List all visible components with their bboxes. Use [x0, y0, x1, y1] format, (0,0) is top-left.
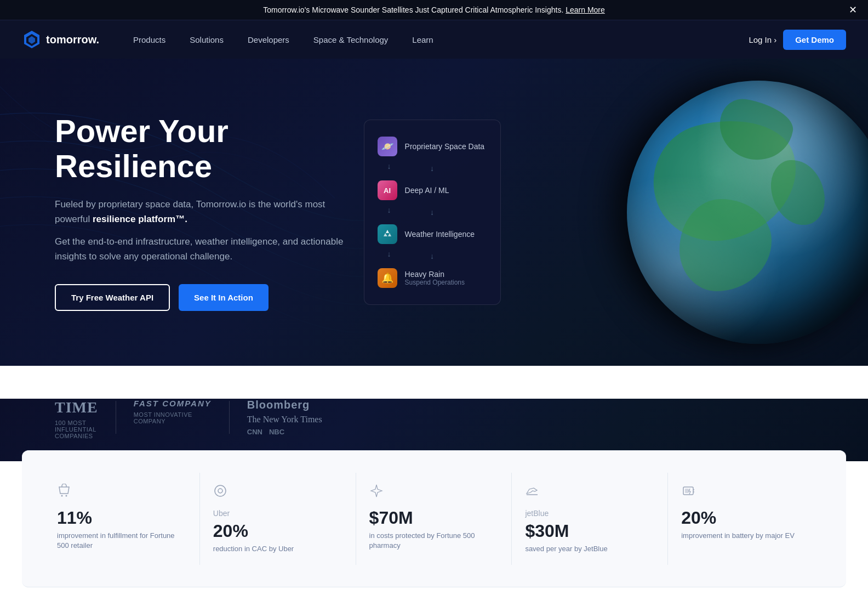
nav-solutions[interactable]: Solutions: [178, 20, 236, 59]
get-demo-button[interactable]: Get Demo: [783, 30, 846, 50]
announcement-link[interactable]: Learn More: [566, 5, 605, 14]
fastcompany-logo: FAST COMPANY: [134, 399, 212, 408]
retailer-value: 11%: [57, 509, 186, 526]
nav-learn[interactable]: Learn: [400, 20, 445, 59]
nyt-logo: The New York Times: [247, 415, 322, 424]
media-divider-1: [116, 401, 116, 434]
ev-icon: [681, 484, 811, 501]
ev-desc: improvement in battery by major EV: [681, 531, 811, 541]
nav-links: Products Solutions Developers Space & Te…: [121, 20, 749, 59]
stat-ev: 20% improvement in battery by major EV: [668, 473, 824, 565]
hero-subtitle: Fueled by proprietary space data, Tomorr…: [55, 197, 362, 226]
hero-content: Power Your Resilience Fueled by propriet…: [55, 114, 362, 310]
media-divider-2: [229, 401, 230, 434]
earth-globe-container: [627, 81, 868, 344]
small-logos: CNN NBC: [247, 428, 322, 436]
media-fastcompany: FAST COMPANY MOST INNOVATIVECOMPANY: [134, 399, 212, 424]
login-arrow: ›: [774, 35, 776, 44]
time-tagline: 100 MOSTINFLUENTIALCOMPANIES: [55, 420, 98, 439]
nav-right: Log In › Get Demo: [749, 30, 846, 50]
nav-space[interactable]: Space & Technology: [301, 20, 401, 59]
login-button[interactable]: Log In ›: [749, 35, 776, 44]
nbc-logo: NBC: [269, 428, 284, 436]
pipeline-arrow-1: ↓: [378, 162, 487, 175]
announcement-text: Tomorrow.io's Microwave Sounder Satellit…: [263, 5, 563, 14]
jetblue-company: jetBlue: [525, 509, 654, 518]
pipeline-card: 🪐 Proprietary Space Data ↓ AI Deep AI / …: [364, 120, 501, 305]
stats-grid: 11% improvement in fulfillment for Fortu…: [44, 473, 824, 565]
stats-section: 11% improvement in fulfillment for Fortu…: [22, 450, 846, 587]
uber-desc: reduction in CAC by Uber: [213, 544, 342, 554]
pipeline-space-label: Proprietary Space Data: [405, 142, 485, 151]
pipeline-item-space: 🪐 Proprietary Space Data: [378, 131, 487, 162]
retailer-desc: improvement in fulfillment for Fortune 5…: [57, 531, 186, 551]
announcement-bar: Tomorrow.io's Microwave Sounder Satellit…: [0, 0, 868, 20]
uber-icon: [213, 484, 342, 501]
uber-company: Uber: [213, 509, 342, 518]
stat-uber: Uber 20% reduction in CAC by Uber: [200, 473, 356, 565]
uber-value: 20%: [213, 522, 342, 540]
cnn-logo: CNN: [247, 428, 262, 436]
earth-globe: [627, 81, 868, 344]
ev-value: 20%: [681, 509, 811, 526]
pipeline-item-weather: Weather Intelligence: [378, 219, 487, 250]
time-logo: TIME: [55, 399, 98, 416]
jetblue-value: $30M: [525, 522, 654, 540]
pharmacy-icon: [369, 484, 499, 501]
hero-visual: 🪐 Proprietary Space Data ↓ AI Deep AI / …: [347, 59, 868, 366]
logo[interactable]: tomorrow.: [22, 30, 99, 49]
prepared-section: Are You Prepared? Extreme weather named …: [0, 598, 868, 606]
pharmacy-desc: in costs protected by Fortune 500 pharma…: [369, 531, 499, 551]
jetblue-icon: [525, 484, 654, 501]
stat-retailer: 11% improvement in fulfillment for Fortu…: [44, 473, 200, 565]
logo-icon: [22, 30, 42, 49]
svg-rect-9: [685, 489, 689, 493]
pipeline-alert-text: Heavy Rain Suspend Operations: [405, 270, 465, 286]
ai-icon: AI: [378, 180, 397, 200]
space-data-icon: 🪐: [378, 137, 397, 156]
pipeline-ai-label: Deep AI / ML: [405, 186, 449, 195]
fastcompany-tagline: MOST INNOVATIVECOMPANY: [134, 411, 212, 424]
nav-developers[interactable]: Developers: [236, 20, 301, 59]
retailer-icon: [57, 484, 186, 501]
svg-point-4: [66, 495, 67, 497]
stat-pharmacy: $70M in costs protected by Fortune 500 p…: [356, 473, 512, 565]
weather-icon: [378, 224, 397, 244]
bloomberg-logo: Bloomberg: [247, 399, 322, 411]
see-action-button[interactable]: See It In Action: [179, 284, 269, 311]
pipeline-item-ai: AI Deep AI / ML: [378, 175, 487, 206]
svg-point-3: [61, 495, 63, 497]
login-label: Log In: [749, 35, 772, 44]
pipeline-arrow-3: ↓: [378, 250, 487, 263]
stat-jetblue: jetBlue $30M saved per year by JetBlue: [512, 473, 668, 565]
hero-section: Power Your Resilience Fueled by propriet…: [0, 59, 868, 366]
jetblue-desc: saved per year by JetBlue: [525, 544, 654, 554]
logo-text: tomorrow.: [46, 33, 99, 46]
hero-desc: Get the end-to-end infrastructure, weath…: [55, 234, 362, 264]
media-bloomberg: Bloomberg The New York Times CNN NBC: [247, 399, 322, 436]
nav-products[interactable]: Products: [121, 20, 178, 59]
navbar: tomorrow. Products Solutions Developers …: [0, 20, 868, 59]
alert-icon: 🔔: [378, 268, 397, 288]
try-api-button[interactable]: Try Free Weather API: [55, 284, 170, 311]
hero-title: Power Your Resilience: [55, 114, 362, 184]
media-time: TIME 100 MOSTINFLUENTIALCOMPANIES: [55, 399, 98, 439]
pipeline-item-alert: 🔔 Heavy Rain Suspend Operations: [378, 263, 487, 293]
close-button[interactable]: ✕: [849, 4, 857, 16]
pharmacy-value: $70M: [369, 509, 499, 526]
svg-point-6: [218, 489, 222, 493]
hero-buttons: Try Free Weather API See It In Action: [55, 284, 362, 311]
svg-point-5: [215, 485, 226, 496]
pipeline-weather-label: Weather Intelligence: [405, 230, 475, 239]
pipeline-arrow-2: ↓: [378, 206, 487, 219]
